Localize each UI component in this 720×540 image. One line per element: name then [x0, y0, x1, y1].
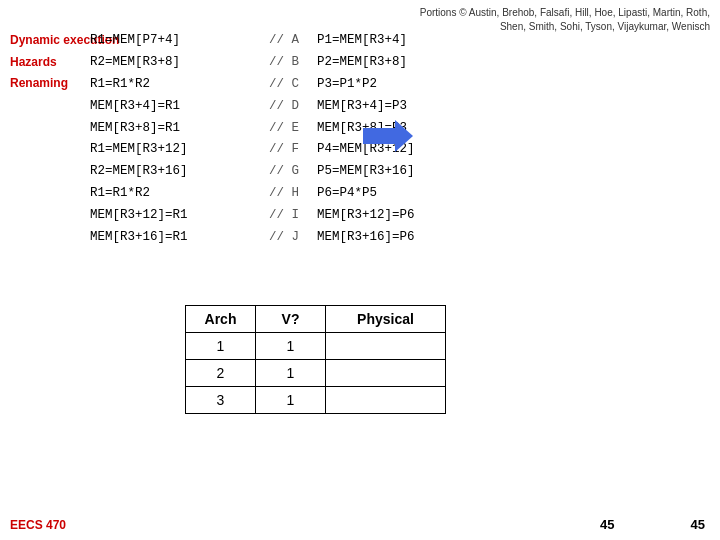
table-row-2: 31 — [186, 387, 446, 414]
left-code-line-3: MEM[R3+4]=R1 — [90, 96, 265, 118]
right-code-line-1: P2=MEM[R3+8] — [317, 52, 492, 74]
left-code-line-1: R2=MEM[R3+8] — [90, 52, 265, 74]
comments-column: // A// B// C// D// E// F// G// H// I// J — [265, 30, 307, 249]
right-code-line-3: MEM[R3+4]=P3 — [317, 96, 492, 118]
left-code-line-5: R1=MEM[R3+12] — [90, 139, 265, 161]
col-v: V? — [256, 306, 326, 333]
comment-line-5: // F — [269, 139, 307, 161]
cell-v-2: 1 — [256, 387, 326, 414]
register-table-area: Arch V? Physical 112131 — [185, 305, 446, 414]
cell-arch-1: 2 — [186, 360, 256, 387]
table-row-0: 11 — [186, 333, 446, 360]
left-code-line-8: MEM[R3+12]=R1 — [90, 205, 265, 227]
left-code-line-9: MEM[R3+16]=R1 — [90, 227, 265, 249]
comment-line-6: // G — [269, 161, 307, 183]
comment-line-7: // H — [269, 183, 307, 205]
svg-marker-0 — [363, 120, 413, 152]
cell-physical-1 — [326, 360, 446, 387]
comment-line-8: // I — [269, 205, 307, 227]
comment-line-9: // J — [269, 227, 307, 249]
header-line1: Portions © Austin, Brehob, Falsafi, Hill… — [420, 6, 710, 20]
right-code-line-6: P5=MEM[R3+16] — [317, 161, 492, 183]
cell-physical-0 — [326, 333, 446, 360]
cell-arch-2: 3 — [186, 387, 256, 414]
right-code-line-0: P1=MEM[R3+4] — [317, 30, 492, 52]
cell-physical-2 — [326, 387, 446, 414]
cell-arch-0: 1 — [186, 333, 256, 360]
arrow-graphic — [363, 120, 413, 152]
right-code-line-2: P3=P1*P2 — [317, 74, 492, 96]
left-code-line-2: R1=R1*R2 — [90, 74, 265, 96]
left-code-line-0: R1=MEM[P7+4] — [90, 30, 265, 52]
cell-v-0: 1 — [256, 333, 326, 360]
comment-line-2: // C — [269, 74, 307, 96]
right-code-line-7: P6=P4*P5 — [317, 183, 492, 205]
main-content: R1=MEM[P7+4]R2=MEM[R3+8]R1=R1*R2MEM[R3+4… — [90, 30, 492, 249]
page-number-right: 45 — [691, 517, 705, 532]
right-code-line-9: MEM[R3+16]=P6 — [317, 227, 492, 249]
left-code-line-4: MEM[R3+8]=R1 — [90, 118, 265, 140]
left-code-column: R1=MEM[P7+4]R2=MEM[R3+8]R1=R1*R2MEM[R3+4… — [90, 30, 265, 249]
page-number-center: 45 — [600, 517, 614, 532]
col-arch: Arch — [186, 306, 256, 333]
cell-v-1: 1 — [256, 360, 326, 387]
col-physical: Physical — [326, 306, 446, 333]
comment-line-1: // B — [269, 52, 307, 74]
right-code-line-8: MEM[R3+12]=P6 — [317, 205, 492, 227]
comment-line-3: // D — [269, 96, 307, 118]
footer-course: EECS 470 — [10, 518, 66, 532]
table-row-1: 21 — [186, 360, 446, 387]
comment-line-4: // E — [269, 118, 307, 140]
comment-line-0: // A — [269, 30, 307, 52]
register-table: Arch V? Physical 112131 — [185, 305, 446, 414]
left-code-line-7: R1=R1*R2 — [90, 183, 265, 205]
left-code-line-6: R2=MEM[R3+16] — [90, 161, 265, 183]
